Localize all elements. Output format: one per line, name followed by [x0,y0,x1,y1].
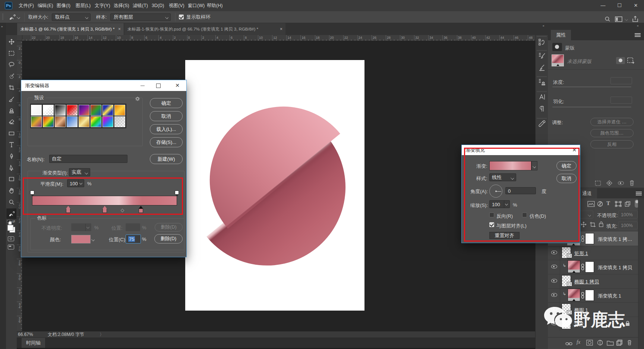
paragraph-icon[interactable] [538,105,546,113]
menu-10[interactable]: 帮助(H) [207,0,222,11]
align-with-layer-checkbox[interactable] [489,222,494,227]
delete-layer-icon[interactable] [627,339,632,346]
gradient-preset-swatch-7[interactable] [114,105,125,116]
gradient-preset-swatch-3[interactable] [67,105,78,116]
menu-6[interactable]: 滤镜(T) [133,0,148,11]
workspace-icon[interactable] [615,16,622,22]
document-tab[interactable]: 未标题-1-恢复的-恢复的.psd @ 66.7% (渐变填充 1 拷贝 3, … [124,23,285,35]
menu-5[interactable]: 选择(S) [114,0,129,11]
style-select[interactable]: 线性 [489,173,516,181]
feather-slider[interactable] [552,107,631,107]
move-tool[interactable] [6,37,16,47]
clone-stamp-tool[interactable] [6,105,16,116]
quick-mask-icon[interactable] [8,236,14,241]
smoothness-combo[interactable]: 100 [67,179,84,187]
eraser-tool[interactable] [6,117,16,127]
color-stop-75-selected[interactable] [139,208,143,213]
tab-timeline[interactable]: 时间轴 [22,338,45,348]
delete-mask-icon[interactable] [629,180,635,186]
panel-menu-icon[interactable] [636,192,642,196]
gradient-preview[interactable] [489,161,531,170]
properties-layer-thumbnail[interactable] [552,54,564,66]
menu-3[interactable]: 图层(L) [76,0,91,11]
eyedropper-tool[interactable] [6,208,16,219]
brush-presets-icon[interactable] [538,52,546,60]
ok-button[interactable]: 确定 [150,98,183,108]
layer-visibility-icon[interactable] [551,279,557,283]
dialog-close-icon[interactable]: ✕ [172,80,183,91]
gradient-tool[interactable] [6,128,16,139]
panel-menu-icon[interactable] [635,33,641,37]
scale-combo[interactable]: 100 [489,200,510,208]
zoom-level[interactable]: 66.67% [18,331,33,338]
clone-source-icon[interactable] [538,78,546,86]
color-stop-25[interactable] [66,208,70,213]
new-button[interactable]: 新建(W) [150,154,183,164]
stop-color-chevron[interactable] [92,238,95,241]
layer-name[interactable]: 椭圆 1 拷贝 [574,279,599,285]
gradient-preset-swatch-1[interactable] [43,105,54,116]
layer-style-icon[interactable]: fx [577,339,584,346]
filter-shape-layers-icon[interactable] [615,201,622,207]
load-selection-icon[interactable] [595,180,601,186]
dither-checkbox[interactable] [522,213,527,217]
mask-visibility-icon[interactable] [618,181,624,185]
swap-colors-icon[interactable]: ⇄ [12,220,15,223]
gradient-preset-swatch-10[interactable] [55,116,66,127]
filter-adjustment-layers-icon[interactable] [597,201,603,207]
color-range-button[interactable]: 颜色范围… [590,129,634,137]
filter-type-layers-icon[interactable]: T [606,200,612,207]
menu-2[interactable]: 图像(I) [57,0,70,11]
filter-smart-objects-icon[interactable] [625,201,631,207]
window-maximize-button[interactable]: ☐ [611,0,628,11]
lock-position-icon[interactable] [581,221,587,227]
opacity-stop-left[interactable] [30,191,34,195]
crop-tool[interactable] [6,82,16,93]
angle-dial[interactable] [489,185,502,198]
cancel-button[interactable]: 取消 [556,174,577,183]
dialog-title-bar[interactable]: 渐变填充 [462,145,580,155]
dialog-maximize-icon[interactable] [156,84,161,88]
new-adjustment-layer-icon[interactable] [597,340,603,346]
layer-name[interactable]: 渐变填充 1 拷贝 [598,264,632,271]
brush-tool[interactable] [6,94,16,104]
layer-mask-thumbnail[interactable] [585,290,594,301]
sample-select[interactable]: 所有图层 [110,13,171,21]
marquee-tool[interactable] [6,48,16,59]
delete-stop-button[interactable]: 删除(D) [154,234,183,243]
foreground-color-swatch[interactable] [7,225,13,231]
angle-input[interactable]: 0 [505,187,536,194]
layer-name[interactable]: 渐变填充 1 [598,293,621,299]
collapse-dock-icon[interactable]: » [637,24,638,28]
layer-name[interactable]: 渐变填充 1 拷… [598,236,632,243]
status-chevron-icon[interactable]: 〉 [100,331,104,338]
zoom-tool[interactable] [6,197,16,207]
new-group-icon[interactable] [607,340,614,346]
type-tool[interactable] [6,139,16,150]
menu-7[interactable]: 3D(D) [152,0,164,11]
load-button[interactable]: 载入(L)... [150,124,183,134]
layer-row[interactable]: 椭圆 1 拷贝 [548,274,638,288]
reset-alignment-button[interactable]: 重置对齐 [489,232,520,239]
layer-thumbnail[interactable] [568,289,580,301]
menu-1[interactable]: 编辑(E) [38,0,53,11]
document-page[interactable] [185,60,364,311]
ok-button[interactable]: 确定 [556,161,577,170]
mask-mode-button[interactable] [552,43,562,51]
layer-row[interactable]: ↳渐变填充 1 [548,288,638,302]
shape-tool[interactable] [6,174,16,184]
brush-settings-icon[interactable] [538,64,546,72]
menu-4[interactable]: 文字(Y) [95,0,110,11]
gradient-type-select[interactable]: 实底 [69,168,90,176]
layer-mask-thumbnail[interactable] [585,261,594,273]
select-and-mask-button[interactable]: 选择并遮住 … [590,118,634,126]
color-stop-50[interactable] [102,208,107,213]
gradient-preset-swatch-15[interactable] [114,116,125,127]
layer-mask-badge-icon[interactable] [616,57,625,64]
lasso-tool[interactable] [6,59,16,70]
horizontal-ruler[interactable]: 2220181614121086420246810121416182022242… [22,35,535,41]
expand-toolbar-icon[interactable]: » [1,25,2,28]
opacity-stop-right[interactable] [175,191,179,195]
gradient-preset-swatch-4[interactable] [79,105,89,116]
density-slider[interactable] [552,87,631,87]
